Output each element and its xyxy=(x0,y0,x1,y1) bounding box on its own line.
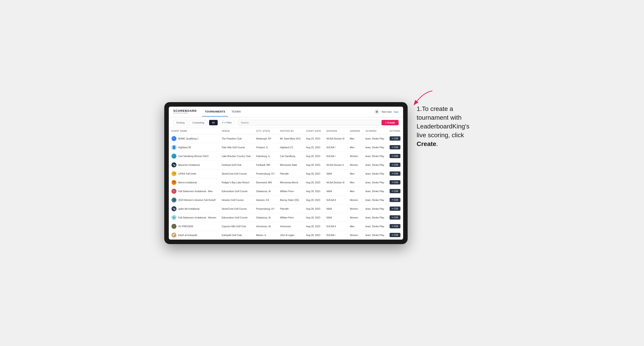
division-cell: NCAA Division III xyxy=(324,178,347,187)
table-row: 🏌 MSMC Qualifying 1 The Powelton Club Ne… xyxy=(169,134,403,143)
col-division: DIVISION xyxy=(324,128,347,134)
table-container: EVENT NAME VENUE CITY, STATE HOSTED BY S… xyxy=(169,128,403,240)
division-cell: NJCAA I xyxy=(324,143,347,152)
division-cell: NCAA Division II xyxy=(324,161,347,169)
venue-cell: StoneCrest Golf Course xyxy=(219,169,254,178)
edit-button[interactable]: ✏ Edit xyxy=(390,172,400,176)
table-row: 🐄 UPIKE Fall Invite StoneCrest Golf Cour… xyxy=(169,169,403,178)
city-state-cell: Marion, IL xyxy=(253,231,277,239)
sign-out-link[interactable]: Sign xyxy=(394,110,398,113)
edit-button[interactable]: ✏ Edit xyxy=(390,189,400,193)
logo-area: SCOREBOARD Powered by Clippr xyxy=(173,109,197,114)
start-date-cell: Aug 28, 2023 xyxy=(304,222,324,231)
edit-button[interactable]: ✏ Edit xyxy=(390,198,400,202)
division-cell: NAIA xyxy=(324,204,347,213)
actions-cell: ✏ Edit xyxy=(387,134,403,143)
event-name-cell: 🐄 UPIKE Fall Invite xyxy=(169,169,219,178)
col-city-state: CITY, STATE xyxy=(253,128,277,134)
col-gender: GENDER xyxy=(347,128,363,134)
city-state-cell: Oskaloosa, IA xyxy=(253,213,277,222)
settings-button[interactable]: ⚙ xyxy=(374,109,380,115)
tab-tournaments[interactable]: TOURNAMENTS xyxy=(202,107,228,117)
col-event-name: EVENT NAME xyxy=(169,128,219,134)
scoring-cell: team, Stroke Play xyxy=(363,187,387,195)
event-name: Fall Statesmen Invitational - Women xyxy=(178,216,216,219)
actions-cell: ✏ Edit xyxy=(387,143,403,152)
start-date-cell: Aug 26, 2023 xyxy=(304,152,324,161)
hosted-by-cell: Vincennes xyxy=(278,222,304,231)
event-name-cell: 🏌 MSMC Qualifying 1 xyxy=(169,134,219,143)
start-date-cell: Aug 28, 2023 xyxy=(304,213,324,222)
event-name: UPIKE Fall Invite xyxy=(178,172,196,175)
table-row: 👤 Highland 36 Park Hills Golf Course Fre… xyxy=(169,143,403,152)
city-state-cell: Oskaloosa, IA xyxy=(253,187,277,195)
edit-button[interactable]: ✏ Edit xyxy=(390,145,400,149)
table-header: EVENT NAME VENUE CITY, STATE HOSTED BY S… xyxy=(169,128,403,134)
event-name-cell: 🦅 Morris Invitational xyxy=(169,178,219,187)
actions-cell: ✏ Edit xyxy=(387,231,403,239)
scoring-cell: team, Stroke Play xyxy=(363,169,387,178)
gender-cell: Women xyxy=(347,204,363,213)
hosted-by-cell: Minnesota-Morris xyxy=(278,178,304,187)
col-venue: VENUE xyxy=(219,128,254,134)
event-name: Highland 36 xyxy=(178,146,191,149)
event-icon: 🐄 xyxy=(172,171,176,176)
actions-cell: ✏ Edit xyxy=(387,195,403,204)
city-state-cell: Galesburg, IL xyxy=(253,152,277,161)
venue-cell: Cypress Hills Golf Club xyxy=(219,222,254,231)
edit-button[interactable]: ✏ Edit xyxy=(390,215,400,220)
search-wrapper xyxy=(238,120,380,126)
filter-icon: ≡ xyxy=(222,121,223,124)
division-cell: NCAA Division III xyxy=(324,134,347,143)
event-name: MSMC Qualifying 1 xyxy=(178,137,198,140)
hosted-by-cell: Highland CC xyxy=(278,143,304,152)
hosted-by-cell: John A Logan xyxy=(278,231,304,239)
event-icon: 🎓 xyxy=(172,197,176,202)
gender-cell: Women xyxy=(347,161,363,169)
logo-sub: Powered by Clippr xyxy=(173,112,197,114)
actions-cell: ✏ Edit xyxy=(387,152,403,161)
filter-hosting-btn[interactable]: Hosting xyxy=(173,120,188,125)
scoring-cell: team, Stroke Play xyxy=(363,195,387,204)
gender-cell: Women xyxy=(347,195,363,204)
edit-button[interactable]: ✏ Edit xyxy=(390,180,400,184)
event-name: upike fall invitational xyxy=(178,207,200,210)
event-icon: 🐄 xyxy=(172,206,176,211)
tab-teams[interactable]: TEAMS xyxy=(229,107,244,117)
city-state-cell: Freeport, IL xyxy=(253,143,277,152)
page-wrapper: SCOREBOARD Powered by Clippr TOURNAMENTS… xyxy=(164,102,480,244)
table-row: 🐄 Maverick Invitational Faribault Golf C… xyxy=(169,161,403,169)
edit-button[interactable]: ✏ Edit xyxy=(390,206,400,211)
hosted-by-cell: Pikeville xyxy=(278,204,304,213)
start-date-cell: Aug 25, 2023 xyxy=(304,143,324,152)
event-name: Klash at Kokopelli xyxy=(178,234,197,236)
table-body: 🏌 MSMC Qualifying 1 The Powelton Club Ne… xyxy=(169,134,403,239)
event-icon: 🎲 xyxy=(172,233,176,238)
search-input[interactable] xyxy=(238,120,380,126)
edit-button[interactable]: ✏ Edit xyxy=(390,154,400,158)
edit-button[interactable]: ✏ Edit xyxy=(390,136,400,141)
scoring-cell: team, Stroke Play xyxy=(363,213,387,222)
division-cell: NJCAA II xyxy=(324,222,347,231)
edit-button[interactable]: ✏ Edit xyxy=(390,224,400,228)
city-state-cell: Vincennes, IN xyxy=(253,222,277,231)
create-button[interactable]: + Create xyxy=(382,120,398,125)
filter-icon-btn[interactable]: ≡ ≡ Filter xyxy=(220,120,234,125)
start-date-cell: Aug 28, 2023 xyxy=(304,161,324,169)
user-name: Test User xyxy=(382,110,392,113)
filter-all-btn[interactable]: All xyxy=(209,120,218,125)
hosted-by-cell: Mt. Saint Mary (NY) xyxy=(278,134,304,143)
table-row: 🏌 Carl Sandburg Women FA23 Lake Bracken … xyxy=(169,152,403,161)
col-start-date: START DATE xyxy=(304,128,324,134)
scoring-cell: team, Stroke Play xyxy=(363,222,387,231)
filter-competing-btn[interactable]: Competing xyxy=(189,120,207,125)
annotation-bold: Create xyxy=(417,140,436,147)
start-date-cell: Aug 28, 2023 xyxy=(304,195,324,204)
venue-cell: Ruttger's Bay Lake Resort xyxy=(219,178,254,187)
edit-button[interactable]: ✏ Edit xyxy=(390,163,400,167)
gender-cell: Men xyxy=(347,143,363,152)
actions-cell: ✏ Edit xyxy=(387,169,403,178)
tablet-device: SCOREBOARD Powered by Clippr TOURNAMENTS… xyxy=(164,102,408,244)
city-state-cell: Hesston, KS xyxy=(253,195,277,204)
edit-button[interactable]: ✏ Edit xyxy=(390,233,400,237)
